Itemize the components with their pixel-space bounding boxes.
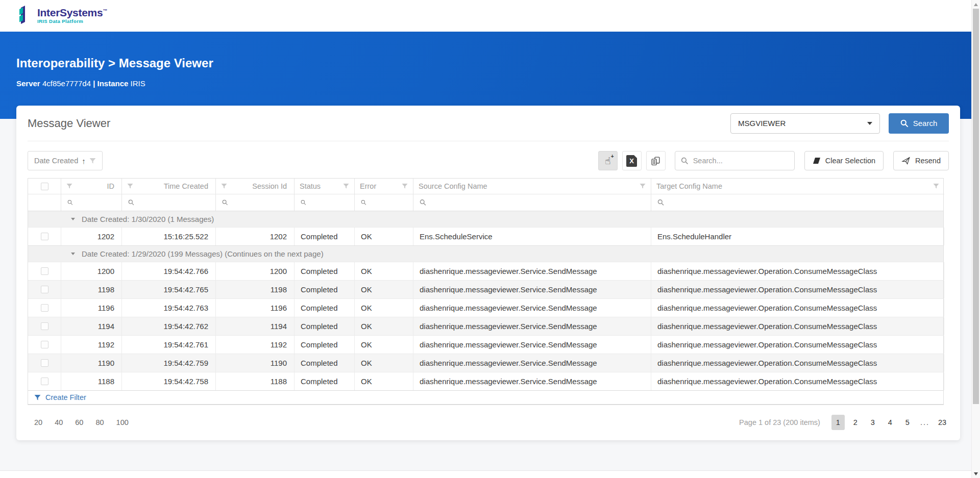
table-row[interactable]: 119619:54:42.7631196CompletedOKdiashenri… (28, 298, 943, 317)
page-size-option[interactable]: 80 (95, 418, 104, 426)
filter-funnel-icon[interactable] (343, 183, 349, 189)
filter-funnel-icon[interactable] (933, 183, 939, 189)
clear-selection-button[interactable]: Clear Selection (804, 151, 884, 170)
column-header[interactable]: Status (295, 179, 355, 194)
row-checkbox[interactable] (41, 286, 48, 293)
select-all-checkbox[interactable] (41, 183, 48, 190)
grid-toolbar: Date Created ↑ ☝ + X (28, 150, 949, 171)
column-filter-cell[interactable] (651, 194, 944, 211)
table-row[interactable]: 120019:54:42.7661200CompletedOKdiashenri… (28, 262, 943, 280)
table-row[interactable]: 120215:16:25.5221202CompletedOKEns.Sched… (28, 227, 943, 245)
column-search-icon[interactable] (361, 199, 366, 206)
brand-name: InterSystems™ (37, 6, 107, 18)
column-filter-input[interactable] (371, 198, 407, 207)
table-cell: 1188 (216, 372, 295, 390)
table-cell: OK (355, 317, 413, 335)
column-search-icon[interactable] (657, 199, 664, 206)
filter-funnel-icon[interactable] (127, 183, 133, 189)
create-filter-button[interactable]: Create Filter (28, 390, 943, 405)
group-row-label: Date Created: 1/29/2020 (199 Messages) (… (82, 249, 324, 258)
column-filter-input[interactable] (77, 198, 115, 207)
column-filter-cell[interactable] (122, 194, 216, 211)
page-number[interactable]: 4 (884, 415, 897, 430)
table-cell: 1192 (216, 336, 295, 354)
column-header[interactable]: ID (61, 179, 122, 194)
server-value: 4cf85e7777d4 (42, 79, 91, 88)
namespace-select[interactable]: MSGVIEWER (730, 113, 880, 134)
row-checkbox[interactable] (41, 359, 48, 367)
search-button[interactable]: Search (889, 113, 949, 134)
table-cell: 1202 (216, 228, 295, 245)
scroll-down-arrow-icon[interactable] (974, 472, 978, 475)
group-row-label: Date Created: 1/30/2020 (1 Messages) (82, 215, 214, 223)
intersystems-logo[interactable]: InterSystems™ IRIS Data Platform (19, 6, 107, 24)
pointer-select-button[interactable]: ☝ + (598, 151, 618, 170)
row-checkbox[interactable] (41, 267, 48, 275)
grid-search-input[interactable] (693, 157, 789, 165)
column-header[interactable]: Time Created (122, 179, 216, 194)
server-label: Server (16, 79, 40, 88)
column-chooser-icon (650, 156, 661, 166)
column-search-icon[interactable] (67, 199, 73, 206)
table-row[interactable]: 118819:54:42.7581188CompletedOKdiashenri… (28, 372, 943, 390)
table-row[interactable]: 119019:54:42.7591190CompletedOKdiashenri… (28, 354, 943, 372)
filter-funnel-icon[interactable] (66, 183, 72, 189)
resend-button[interactable]: Resend (893, 151, 949, 170)
column-filter-input[interactable] (668, 198, 938, 207)
row-select-cell (28, 228, 61, 245)
page-number[interactable]: 2 (849, 415, 862, 430)
row-checkbox[interactable] (41, 304, 48, 312)
table-row[interactable]: 119219:54:42.7611192CompletedOKdiashenri… (28, 335, 943, 354)
table-cell: 1192 (61, 336, 122, 354)
row-checkbox[interactable] (41, 233, 48, 240)
column-search-icon[interactable] (128, 199, 134, 206)
sort-chip-date-created[interactable]: Date Created ↑ (28, 151, 103, 170)
collapse-caret-icon[interactable] (71, 218, 75, 220)
group-row[interactable]: Date Created: 1/29/2020 (199 Messages) (… (28, 245, 943, 262)
column-header[interactable]: Session Id (216, 179, 295, 194)
scroll-up-arrow-icon[interactable] (974, 3, 978, 6)
row-select-cell (28, 299, 61, 317)
column-filter-cell[interactable] (355, 194, 413, 211)
group-row[interactable]: Date Created: 1/30/2020 (1 Messages) (28, 211, 943, 227)
column-search-icon[interactable] (222, 199, 228, 206)
column-filter-input[interactable] (232, 198, 288, 207)
row-checkbox[interactable] (41, 322, 48, 330)
column-filter-input[interactable] (310, 198, 348, 207)
collapse-caret-icon[interactable] (71, 253, 75, 255)
page-size-option[interactable]: 100 (116, 418, 129, 426)
vertical-scrollbar[interactable] (971, 0, 980, 478)
column-search-icon[interactable] (420, 199, 426, 206)
row-checkbox[interactable] (41, 378, 48, 385)
page-size-option[interactable]: 60 (75, 418, 83, 426)
export-excel-button[interactable]: X (622, 151, 642, 170)
column-chooser-button[interactable] (646, 151, 666, 170)
grid-search-box (675, 151, 795, 170)
column-filter-cell[interactable] (61, 194, 122, 211)
filter-funnel-icon[interactable] (221, 183, 227, 189)
table-row[interactable]: 119419:54:42.7621194CompletedOKdiashenri… (28, 317, 943, 335)
eraser-icon (813, 157, 821, 164)
message-viewer-panel: Message Viewer MSGVIEWER Search Date Cre… (16, 106, 960, 440)
column-header[interactable]: Source Config Name (413, 179, 651, 194)
chevron-down-icon (867, 122, 872, 125)
page-number[interactable]: 3 (866, 415, 879, 430)
page-number[interactable]: 1 (831, 415, 845, 430)
scrollbar-thumb[interactable] (973, 9, 979, 404)
filter-funnel-icon[interactable] (402, 183, 408, 189)
table-row[interactable]: 119819:54:42.7651198CompletedOKdiashenri… (28, 280, 943, 298)
column-search-icon[interactable] (301, 199, 306, 206)
row-checkbox[interactable] (41, 341, 48, 348)
filter-funnel-icon[interactable] (640, 183, 646, 189)
column-filter-input[interactable] (138, 198, 209, 207)
column-header[interactable]: Error (355, 179, 413, 194)
column-filter-cell[interactable] (413, 194, 651, 211)
page-size-option[interactable]: 20 (34, 418, 42, 426)
column-header[interactable]: Target Config Name (651, 179, 944, 194)
page-number[interactable]: 5 (901, 415, 914, 430)
column-filter-cell[interactable] (216, 194, 295, 211)
column-filter-input[interactable] (430, 198, 645, 207)
page-size-option[interactable]: 40 (55, 418, 63, 426)
page-number[interactable]: 23 (936, 415, 949, 430)
column-filter-cell[interactable] (295, 194, 355, 211)
